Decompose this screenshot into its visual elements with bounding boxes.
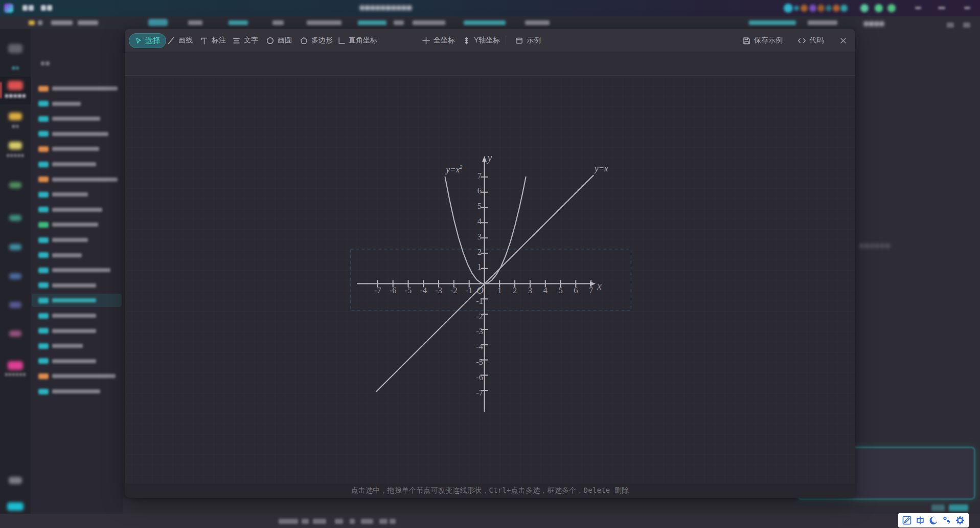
tool-close[interactable]	[839, 29, 848, 52]
svg-text:-1: -1	[466, 285, 473, 295]
tab-item[interactable]	[525, 20, 550, 25]
tool-draw-line[interactable]: 画线	[167, 29, 193, 52]
tab-item[interactable]	[29, 20, 35, 25]
file-list-item[interactable]	[32, 82, 122, 95]
ime-settings-icon[interactable]	[955, 516, 965, 525]
rail-item[interactable]	[9, 113, 22, 120]
curve-label: y=x	[594, 164, 608, 173]
file-list-item[interactable]	[32, 294, 122, 307]
tool-full-axes[interactable]: 全坐标	[422, 29, 455, 52]
coordinate-plot: -7-6-5-4-3-2-11234567-7-6-5-4-3-2-112345…	[125, 76, 855, 483]
svg-text:5: 5	[477, 201, 482, 211]
tool-y-axis[interactable]: Y轴坐标	[462, 29, 500, 52]
ime-lang-icon[interactable]	[916, 516, 925, 525]
app-logo-icon	[4, 4, 13, 13]
file-list-item[interactable]	[32, 203, 122, 216]
svg-text:y: y	[487, 152, 492, 164]
tab-item[interactable]	[78, 20, 98, 25]
rail-item[interactable]	[9, 477, 22, 484]
tab-item[interactable]	[749, 20, 796, 25]
rail-item[interactable]	[9, 182, 21, 188]
file-list-item[interactable]	[32, 218, 122, 231]
rail-item[interactable]	[7, 502, 24, 511]
ime-punct-icon[interactable]	[942, 516, 951, 525]
rail-item[interactable]	[9, 273, 21, 279]
titlebar-dot	[809, 5, 816, 12]
rail-item[interactable]	[9, 331, 21, 337]
tool-label: 标注	[212, 36, 226, 45]
tool-examples[interactable]: 示例	[515, 29, 541, 52]
tab-item[interactable]	[51, 20, 73, 25]
file-list-item[interactable]	[32, 249, 122, 262]
tab-item[interactable]	[464, 20, 506, 25]
ime-pen-icon[interactable]	[902, 516, 911, 525]
svg-text:-7: -7	[476, 388, 483, 398]
tool-save-example[interactable]: 保存示例	[742, 29, 783, 52]
tab-item[interactable]	[229, 20, 248, 25]
file-list-item[interactable]	[32, 233, 122, 247]
svg-text:-7: -7	[374, 285, 381, 295]
ime-moon-icon[interactable]	[929, 516, 938, 525]
drawing-canvas[interactable]: -7-6-5-4-3-2-11234567-7-6-5-4-3-2-112345…	[125, 76, 855, 483]
window-control[interactable]	[964, 7, 970, 9]
window-control[interactable]	[915, 7, 921, 9]
tab-item[interactable]	[307, 20, 341, 25]
file-list-item[interactable]	[32, 97, 122, 111]
file-list-item[interactable]	[32, 142, 122, 156]
tab-item[interactable]	[272, 20, 284, 25]
svg-text:2: 2	[513, 285, 517, 295]
tab-item[interactable]	[413, 20, 445, 25]
tool-draw-circle[interactable]: 画圆	[266, 29, 292, 52]
file-list-item[interactable]	[32, 324, 122, 338]
file-list-item[interactable]	[32, 188, 122, 201]
file-list-item[interactable]	[32, 309, 122, 322]
rail-item[interactable]	[9, 215, 21, 221]
file-list-item[interactable]	[32, 369, 122, 383]
svg-text:-2: -2	[450, 285, 458, 295]
tab-item[interactable]	[188, 20, 202, 25]
rail-item[interactable]	[8, 361, 23, 370]
tool-label: 代码	[809, 36, 824, 45]
tool-cartesian-axes[interactable]: 直角坐标	[337, 29, 377, 52]
tool-polygon[interactable]: 多边形	[300, 29, 333, 52]
file-list-item[interactable]	[32, 385, 122, 398]
tool-label: 多边形	[311, 36, 333, 45]
app-status-bar	[0, 514, 980, 528]
tool-text[interactable]: 文字	[232, 29, 258, 52]
tab-item[interactable]	[808, 20, 837, 25]
file-list-item[interactable]	[32, 355, 122, 368]
svg-text:1: 1	[477, 262, 482, 272]
file-list-item[interactable]	[32, 263, 122, 277]
titlebar-dot	[801, 5, 808, 12]
file-list-item[interactable]	[32, 127, 122, 141]
tab-item[interactable]	[394, 20, 404, 25]
tab-item[interactable]	[38, 20, 42, 25]
tool-label: Y轴坐标	[474, 36, 500, 45]
tool-select[interactable]: 选择	[129, 33, 166, 48]
tab-item[interactable]	[148, 19, 168, 26]
rail-item[interactable]	[8, 44, 22, 53]
hint-bar: 点击选中，拖拽单个节点可改变连线形状，Ctrl+点击多选，框选多个，Delete…	[125, 483, 855, 498]
titlebar-menu-item[interactable]	[22, 5, 34, 11]
titlebar-menu-item[interactable]	[41, 5, 52, 11]
file-list-item[interactable]	[32, 173, 122, 186]
tool-annotate[interactable]: 标注	[200, 29, 226, 52]
file-list-item[interactable]	[32, 339, 122, 353]
file-list-item[interactable]	[32, 158, 122, 171]
window-control[interactable]	[938, 7, 945, 9]
tab-item[interactable]	[358, 20, 386, 25]
titlebar-dot	[860, 4, 869, 12]
ime-toolbar[interactable]	[898, 513, 969, 527]
rail-item[interactable]	[8, 81, 23, 90]
tool-code[interactable]: 代码	[797, 29, 824, 52]
hint-text: 点击选中，拖拽单个节点可改变连线形状，Ctrl+点击多选，框选多个，Delete…	[351, 486, 629, 495]
file-list-item[interactable]	[32, 112, 122, 125]
svg-text:6: 6	[574, 285, 578, 295]
svg-text:4: 4	[543, 285, 548, 295]
rail-item[interactable]	[9, 142, 22, 149]
tool-label: 选择	[145, 36, 161, 46]
titlebar-dot	[794, 6, 799, 11]
rail-item[interactable]	[9, 302, 21, 308]
rail-item[interactable]	[9, 244, 21, 250]
file-list-item[interactable]	[32, 279, 122, 292]
